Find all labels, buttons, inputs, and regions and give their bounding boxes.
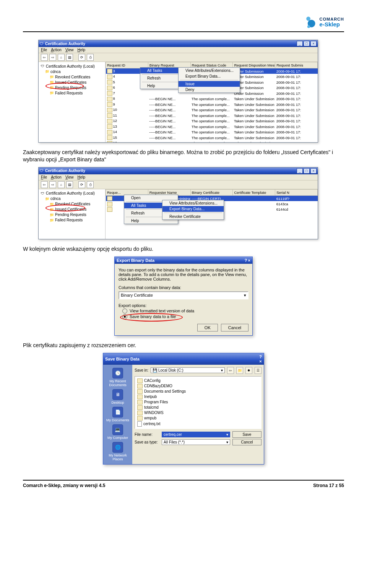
props-icon[interactable]: ▤ xyxy=(66,181,73,188)
list-item[interactable]: totalcmd xyxy=(137,405,259,410)
grid-header[interactable]: Request Submis xyxy=(275,62,318,68)
menubar[interactable]: FileActionViewHelp xyxy=(39,174,318,180)
ctx-export-binary[interactable]: Export Binary Data... xyxy=(179,73,240,79)
table-row[interactable]: 8-----BEGIN NE...The operation comple...… xyxy=(106,96,318,101)
forward-icon[interactable]: ⇨ xyxy=(49,181,56,188)
list-item[interactable]: Inetpub xyxy=(137,394,259,400)
list-item[interactable]: CDNBazyDEMO xyxy=(137,383,259,389)
views-icon[interactable]: ☰ xyxy=(255,367,261,374)
menu-file[interactable]: File xyxy=(41,48,47,52)
table-row[interactable]: 11-----BEGIN NE...The operation comple..… xyxy=(106,113,318,118)
list-item[interactable]: CAConfig xyxy=(137,378,259,383)
ctx-view-attrs[interactable]: View Attributes/Extensions... xyxy=(162,200,224,206)
table-row[interactable]: 13-----BEGIN NE...The operation comple..… xyxy=(106,124,318,129)
close-button[interactable]: × xyxy=(310,168,317,174)
close-button[interactable]: × xyxy=(310,41,317,46)
up-icon[interactable]: ⌂ xyxy=(58,181,65,188)
minimize-button[interactable]: _ xyxy=(297,41,303,46)
ctx-issue[interactable]: Issue xyxy=(179,81,240,87)
filetype-field[interactable]: All Files (*.*)▾ xyxy=(162,439,230,445)
menu-view[interactable]: View xyxy=(65,48,74,52)
export-icon[interactable]: ⎙ xyxy=(87,181,94,188)
toolbar[interactable]: ⇦ ⇨ ⌂ ▤ ⟳ ⎙ xyxy=(39,180,318,189)
close-button[interactable]: × xyxy=(259,359,262,364)
place-item[interactable]: 📄My Documents xyxy=(106,407,129,422)
grid-header[interactable]: Binary Certificate xyxy=(190,189,233,195)
menu-help[interactable]: Help xyxy=(77,48,85,52)
tree-item[interactable]: 📁Issued Certificates xyxy=(49,80,104,85)
help-button[interactable]: ? xyxy=(259,354,262,359)
ok-button[interactable]: OK xyxy=(197,324,218,331)
maximize-button[interactable]: □ xyxy=(304,168,310,174)
list-item[interactable]: WINDOWS xyxy=(137,410,259,416)
minimize-button[interactable]: _ xyxy=(297,168,303,174)
tree-item[interactable]: 📁Failed Requests xyxy=(49,90,104,96)
save-button[interactable]: Save xyxy=(232,431,261,438)
tree-panel[interactable]: 🛡Certification Authority (Local) 📁cdnca … xyxy=(39,62,106,142)
menu-action[interactable]: Action xyxy=(51,48,62,52)
table-row[interactable]: 9-----BEGIN NE...The operation comple...… xyxy=(106,102,318,107)
tree-item[interactable]: 📁Failed Requests xyxy=(49,218,104,223)
filename-field[interactable]: certreq.cer▾ xyxy=(162,432,230,437)
grid-header[interactable]: Certificate Template xyxy=(233,189,275,195)
back-icon[interactable]: ⇦ xyxy=(227,367,234,374)
tree-item[interactable]: 📁Issued Certificates xyxy=(49,207,104,212)
tree-ca[interactable]: cdnca xyxy=(50,197,61,201)
menubar[interactable]: FileActionViewHelp xyxy=(39,47,318,53)
grid-pending[interactable]: Request IDBinary RequestRequest Status C… xyxy=(106,62,318,142)
list-item[interactable]: Documents and Settings xyxy=(137,389,259,394)
export-icon[interactable]: ⎙ xyxy=(87,54,94,61)
radio-view-text[interactable]: View formatted text version of data xyxy=(122,309,248,313)
cancel-button[interactable]: Cancel xyxy=(221,324,248,331)
up-icon[interactable]: 📁 xyxy=(236,367,243,374)
file-list[interactable]: CAConfigCDNBazyDEMODocuments and Setting… xyxy=(135,376,261,429)
help-button[interactable]: ? xyxy=(245,258,247,263)
tree-item[interactable]: 📁Revoked Certificates xyxy=(49,201,104,207)
menu-action[interactable]: Action xyxy=(51,175,62,179)
menu-file[interactable]: File xyxy=(41,175,47,179)
back-icon[interactable]: ⇦ xyxy=(41,54,48,61)
refresh-icon[interactable]: ⟳ xyxy=(78,181,85,188)
ctx-revoke[interactable]: Revoke Certificate xyxy=(162,214,224,219)
table-row[interactable]: 14-----BEGIN NE...The operation comple..… xyxy=(106,129,318,135)
props-icon[interactable]: ▤ xyxy=(66,54,73,61)
ctx-view-attrs[interactable]: View Attributes/Extensions... xyxy=(179,68,240,73)
grid-header[interactable]: Serial N xyxy=(275,189,318,195)
menu-help[interactable]: Help xyxy=(77,175,85,179)
menu-view[interactable]: View xyxy=(65,175,74,179)
context-menu-2b[interactable]: View Attributes/Extensions... Export Bin… xyxy=(162,200,224,220)
newfolder-icon[interactable]: ✸ xyxy=(245,367,252,374)
ctx-export-binary[interactable]: Export Binary Data... xyxy=(162,206,224,212)
toolbar[interactable]: ⇦ ⇨ ⌂ ▤ ⟳ ⎙ xyxy=(39,53,318,62)
place-item[interactable]: 🖥Desktop xyxy=(111,389,124,404)
list-item[interactable]: Program Files xyxy=(137,400,259,405)
maximize-button[interactable]: □ xyxy=(304,41,310,46)
places-bar[interactable]: 🕓My Recent Documents🖥Desktop📄My Document… xyxy=(103,365,132,464)
list-item[interactable]: certreq.txt xyxy=(137,421,259,427)
place-item[interactable]: 🕓My Recent Documents xyxy=(104,368,132,387)
tree-item[interactable]: 📁Revoked Certificates xyxy=(49,74,104,80)
place-item[interactable]: 💻My Computer xyxy=(107,424,128,440)
forward-icon[interactable]: ⇨ xyxy=(49,54,56,61)
table-row[interactable]: 12-----BEGIN NE...The operation comple..… xyxy=(106,118,318,123)
table-row[interactable]: 10-----BEGIN NE...The operation comple..… xyxy=(106,107,318,112)
ctx-deny[interactable]: Deny xyxy=(179,87,240,93)
savein-select[interactable]: 💾 Local Disk (C:) ▾ xyxy=(151,367,225,373)
place-item[interactable]: 🌐My Network Places xyxy=(104,442,132,461)
columns-select[interactable]: Binary Certificate ▾ xyxy=(119,291,248,299)
context-menu-1b[interactable]: View Attributes/Extensions... Export Bin… xyxy=(178,67,240,93)
up-icon[interactable]: ⌂ xyxy=(58,54,65,61)
radio-save-file[interactable]: Save binary data to a file xyxy=(122,314,248,319)
tree-item[interactable]: 📁Pending Requests xyxy=(49,212,104,218)
grid-issued[interactable]: Reque...Requester NameBinary Certificate… xyxy=(106,189,318,239)
tree-ca[interactable]: cdnca xyxy=(50,70,61,74)
back-icon[interactable]: ⇦ xyxy=(41,181,48,188)
tree-panel[interactable]: 🛡Certification Authority (Local) 📁cdnca … xyxy=(39,189,106,239)
table-row[interactable]: 16-----BEGIN NE...The operation comple..… xyxy=(106,140,318,142)
close-button[interactable]: × xyxy=(248,258,250,263)
refresh-icon[interactable]: ⟳ xyxy=(78,54,85,61)
table-row[interactable]: 15-----BEGIN NE...The operation comple..… xyxy=(106,135,318,140)
tree-item[interactable]: 📁Pending Requests xyxy=(49,85,104,90)
cancel-button[interactable]: Cancel xyxy=(232,439,261,445)
list-item[interactable]: wmpub xyxy=(137,416,259,421)
